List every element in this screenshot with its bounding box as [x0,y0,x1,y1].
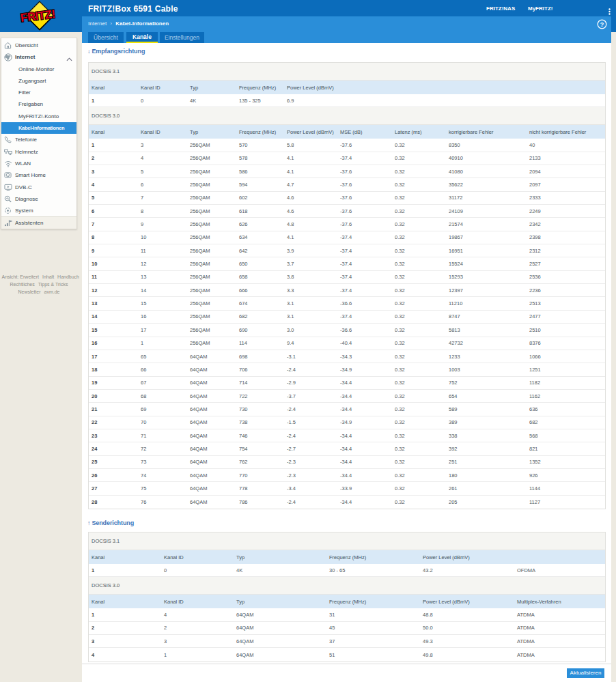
svg-text:?: ? [600,21,604,28]
svg-text:FRITZ!: FRITZ! [20,8,56,25]
